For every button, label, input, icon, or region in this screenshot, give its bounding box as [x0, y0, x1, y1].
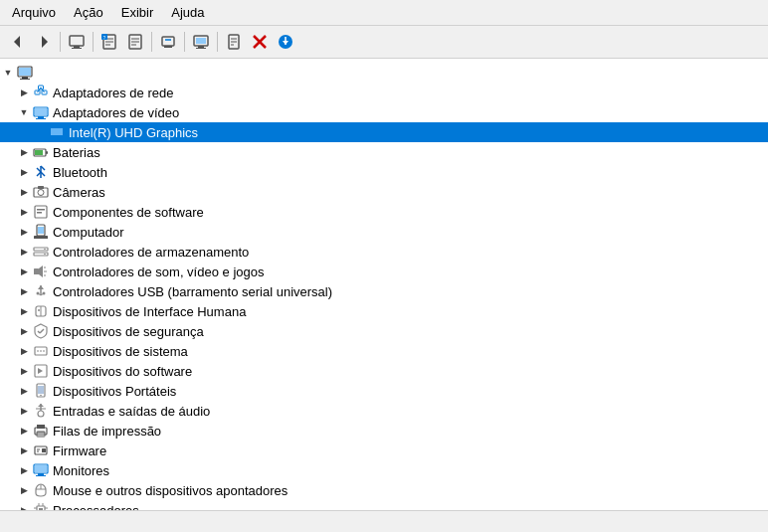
delete-button[interactable]	[248, 30, 272, 54]
tree-item-baterias[interactable]: ▶Baterias	[0, 142, 768, 162]
svg-point-78	[37, 292, 40, 295]
delete-icon	[252, 34, 268, 50]
expand-btn-dispositivos-software[interactable]: ▶	[16, 363, 32, 379]
svg-rect-19	[198, 46, 204, 48]
item-icon-intel-uhd	[48, 124, 66, 140]
computer-mgmt-button[interactable]	[65, 30, 89, 54]
item-icon-processadores	[32, 502, 50, 510]
tree-item-firmware[interactable]: ▶Firmware	[0, 441, 768, 460]
svg-rect-69	[34, 268, 39, 274]
item-label-filas-impressao: Filas de impressão	[53, 424, 161, 439]
item-label-cameras: Câmeras	[53, 185, 105, 200]
item-label-entradas-saidas: Entradas e saídas de áudio	[53, 404, 210, 419]
tree-item-controladores-usb[interactable]: ▶Controladores USB (barramento serial un…	[0, 281, 768, 301]
expand-btn-bluetooth[interactable]: ▶	[16, 164, 32, 180]
expand-btn-dispositivos-portáteis[interactable]: ▶	[16, 383, 32, 399]
svg-point-68	[44, 254, 46, 256]
tree-item-processadores[interactable]: ▶Processadores	[0, 500, 768, 510]
item-label-monitores: Monitores	[53, 463, 109, 478]
tree-item-dispositivos-software[interactable]: ▶Dispositivos do software	[0, 361, 768, 381]
tree-item-monitores[interactable]: ▶Monitores	[0, 460, 768, 480]
item-icon-dispositivos-portáteis	[32, 383, 50, 399]
expand-btn-controladores-armazenamento[interactable]: ▶	[16, 244, 32, 260]
tree-item-dispositivos-seguranca[interactable]: ▶Dispositivos de segurança	[0, 321, 768, 341]
doc-button[interactable]	[222, 30, 246, 54]
forward-icon	[36, 34, 52, 50]
tree-item-dispositivos-hid[interactable]: ▶Dispositivos de Interface Humana	[0, 301, 768, 321]
menu-exibir[interactable]: Exibir	[113, 3, 162, 22]
install-button[interactable]	[274, 30, 297, 54]
svg-rect-3	[74, 46, 80, 48]
tree-item-computador[interactable]: ▶Computador	[0, 222, 768, 242]
device-tree[interactable]: ▼▶Adaptadores de rede▼Adaptadores de víd…	[0, 59, 768, 510]
expand-btn-adaptadores-video[interactable]: ▼	[16, 104, 32, 120]
item-label-mouse: Mouse e outros dispositivos apontadores	[53, 483, 288, 498]
svg-point-93	[40, 395, 42, 397]
expand-btn-computador[interactable]: ▶	[16, 224, 32, 240]
tree-item-cameras[interactable]: ▶Câmeras	[0, 182, 768, 202]
tree-item-controladores-som[interactable]: ▶Controladores de som, vídeo e jogos	[0, 262, 768, 281]
tree-item-adaptadores-video[interactable]: ▼Adaptadores de vídeo	[0, 102, 768, 122]
svg-rect-92	[38, 386, 44, 394]
expand-btn-entradas-saidas[interactable]: ▶	[16, 403, 32, 419]
expand-btn-adaptadores-rede[interactable]: ▶	[16, 85, 32, 100]
svg-marker-1	[42, 36, 48, 48]
tree-item-adaptadores-rede[interactable]: ▶Adaptadores de rede	[0, 83, 768, 102]
tree-item-dispositivos-portáteis[interactable]: ▶Dispositivos Portáteis	[0, 381, 768, 401]
tree-item-mouse[interactable]: ▶Mouse e outros dispositivos apontadores	[0, 480, 768, 500]
tree-item-bluetooth[interactable]: ▶Bluetooth	[0, 162, 768, 182]
scan-button[interactable]	[156, 30, 180, 54]
expand-btn-baterias[interactable]: ▶	[16, 144, 32, 160]
back-button[interactable]	[6, 30, 30, 54]
tree-item-entradas-saidas[interactable]: ▶Entradas e saídas de áudio	[0, 401, 768, 421]
svg-rect-21	[196, 38, 206, 44]
expand-btn-dispositivos-seguranca[interactable]: ▶	[16, 323, 32, 339]
update-driver-button[interactable]	[123, 30, 147, 54]
svg-rect-105	[42, 448, 46, 452]
item-label-dispositivos-seguranca: Dispositivos de segurança	[53, 324, 204, 339]
svg-rect-15	[162, 37, 174, 46]
expand-btn-mouse[interactable]: ▶	[16, 482, 32, 498]
tree-item-intel-uhd[interactable]: Intel(R) UHD Graphics	[0, 122, 768, 142]
toolbar-separator-1	[60, 32, 61, 52]
svg-rect-46	[52, 138, 62, 139]
expand-btn-dispositivos-sistema[interactable]: ▶	[16, 343, 32, 359]
item-icon-dispositivos-seguranca	[32, 323, 50, 339]
svg-rect-100	[37, 425, 45, 429]
svg-marker-75	[38, 285, 44, 289]
expand-btn-cameras[interactable]: ▶	[16, 184, 32, 200]
expand-btn-monitores[interactable]: ▶	[16, 462, 32, 478]
item-icon-computador	[32, 224, 50, 240]
menu-ajuda[interactable]: Ajuda	[163, 3, 212, 22]
forward-button[interactable]	[32, 30, 56, 54]
tree-item-filas-impressao[interactable]: ▶Filas de impressão	[0, 421, 768, 441]
item-icon-firmware	[32, 443, 50, 458]
expand-btn[interactable]: ▼	[0, 65, 16, 81]
svg-marker-70	[39, 266, 43, 277]
expand-btn-filas-impressao[interactable]: ▶	[16, 423, 32, 439]
tree-item-controladores-armazenamento[interactable]: ▶Controladores de armazenamento	[0, 242, 768, 262]
tree-item-dispositivos-sistema[interactable]: ▶Dispositivos de sistema	[0, 341, 768, 361]
tree-item-componentes-software[interactable]: ▶Componentes de software	[0, 202, 768, 222]
menu-arquivo[interactable]: Arquivo	[4, 3, 64, 22]
props-button[interactable]: ?	[97, 30, 121, 54]
menu-acao[interactable]: Ação	[66, 3, 111, 22]
expand-btn-firmware[interactable]: ▶	[16, 443, 32, 458]
item-icon-adaptadores-video	[32, 104, 50, 120]
item-label-dispositivos-hid: Dispositivos de Interface Humana	[53, 304, 246, 319]
expand-btn-processadores[interactable]: ▶	[16, 502, 32, 510]
root-icon	[16, 65, 34, 81]
expand-btn-componentes-software[interactable]: ▶	[16, 204, 32, 220]
menu-bar: Arquivo Ação Exibir Ajuda	[0, 0, 768, 26]
tree-item-root[interactable]: ▼	[0, 63, 768, 83]
svg-rect-45	[54, 136, 60, 138]
expand-btn-dispositivos-hid[interactable]: ▶	[16, 303, 32, 319]
expand-btn-controladores-som[interactable]: ▶	[16, 264, 32, 279]
install-icon	[278, 34, 293, 50]
item-icon-mouse	[32, 482, 50, 498]
item-label-baterias: Baterias	[53, 145, 100, 160]
display-icon	[193, 34, 209, 50]
display-button[interactable]	[189, 30, 213, 54]
item-icon-filas-impressao	[32, 423, 50, 439]
expand-btn-controladores-usb[interactable]: ▶	[16, 283, 32, 299]
